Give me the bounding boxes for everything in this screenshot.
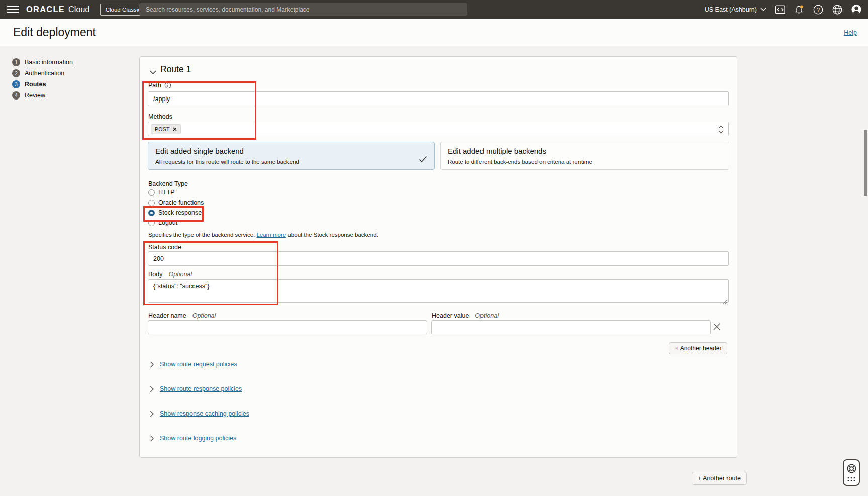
- user-avatar-icon[interactable]: [851, 4, 862, 15]
- path-label: Path: [148, 82, 161, 89]
- svg-text:?: ?: [817, 7, 820, 13]
- oracle-cloud-logo[interactable]: ORACLE Cloud: [26, 5, 90, 14]
- single-backend-card[interactable]: Edit added single backend All requests f…: [148, 142, 435, 170]
- backend-helper-text: Specifies the type of the backend servic…: [148, 232, 378, 238]
- radio-http[interactable]: HTTP: [148, 188, 175, 197]
- show-route-logging-policies-link[interactable]: Show route logging policies: [160, 435, 236, 442]
- route-collapse-chevron-icon[interactable]: [150, 67, 156, 76]
- page-header: Edit deployment Help: [0, 19, 868, 46]
- radio-oracle-functions[interactable]: Oracle functions: [148, 198, 204, 207]
- methods-label: Methods: [148, 113, 172, 120]
- body-label: Body: [148, 271, 163, 278]
- radio-logout[interactable]: Logout: [148, 218, 177, 227]
- body-textarea[interactable]: {"status": "success"}: [148, 279, 729, 303]
- help-link[interactable]: Help: [844, 29, 857, 36]
- search-placeholder: Search resources, services, documentatio…: [146, 6, 310, 13]
- card-subtitle: Route to different back-ends based on cr…: [448, 159, 592, 165]
- path-input[interactable]: [148, 91, 729, 106]
- header-value-label-row: Header value Optional: [432, 312, 499, 319]
- chevron-right-icon[interactable]: [150, 411, 154, 417]
- help-question-icon[interactable]: ?: [813, 4, 824, 15]
- header-name-optional-label: Optional: [192, 312, 216, 319]
- vertical-scrollbar-thumb[interactable]: [864, 130, 867, 196]
- status-code-input[interactable]: [148, 251, 729, 266]
- dots-grid-icon: [846, 476, 856, 482]
- wizard-step-authentication[interactable]: 2 Authentication: [12, 68, 73, 79]
- step-label[interactable]: Review: [25, 92, 45, 99]
- backend-type-label: Backend Type: [148, 180, 188, 187]
- textarea-resize-handle[interactable]: [723, 297, 728, 306]
- route-response-policies-row: Show route response policies: [150, 385, 242, 393]
- body-optional-label: Optional: [169, 271, 192, 278]
- remove-header-row-icon[interactable]: [713, 323, 721, 333]
- chevron-right-icon[interactable]: [150, 435, 154, 442]
- selected-check-icon: [419, 156, 427, 165]
- wizard-step-review[interactable]: 4 Review: [12, 90, 73, 101]
- step-number-badge: 3: [12, 80, 20, 88]
- show-route-request-policies-link[interactable]: Show route request policies: [160, 361, 237, 368]
- route-section-title[interactable]: Route 1: [160, 64, 191, 75]
- wizard-step-basic-information[interactable]: 1 Basic information: [12, 57, 73, 68]
- route-panel: Route 1 Path Methods POST Edit added sin…: [139, 56, 737, 458]
- header-value-optional-label: Optional: [475, 312, 499, 319]
- another-route-button[interactable]: + Another route: [692, 472, 747, 485]
- hamburger-menu-icon[interactable]: [7, 6, 19, 13]
- header-name-input[interactable]: [148, 320, 427, 334]
- chevron-right-icon[interactable]: [150, 386, 154, 392]
- route-logging-policies-row: Show route logging policies: [150, 434, 236, 442]
- method-tag-post: POST: [151, 124, 181, 134]
- another-header-button[interactable]: + Another header: [669, 342, 727, 354]
- chevron-right-icon[interactable]: [150, 361, 154, 368]
- notifications-bell-icon[interactable]: [794, 4, 805, 15]
- path-label-row: Path: [148, 82, 171, 89]
- route-request-policies-row: Show route request policies: [150, 360, 237, 368]
- step-number-badge: 2: [12, 69, 20, 77]
- body-label-row: Body Optional: [148, 271, 192, 278]
- lifebuoy-icon: [846, 463, 857, 474]
- header-name-label-row: Header name Optional: [148, 312, 216, 319]
- wizard-step-routes-active[interactable]: 3 Routes: [12, 79, 73, 90]
- chevron-down-icon: [760, 8, 766, 11]
- header-name-label: Header name: [148, 312, 186, 319]
- remove-method-icon[interactable]: [173, 127, 177, 131]
- card-subtitle: All requests for this route will route t…: [155, 159, 299, 165]
- language-globe-icon[interactable]: [832, 4, 843, 15]
- select-expand-icon[interactable]: [718, 125, 724, 136]
- learn-more-link[interactable]: Learn more: [256, 232, 286, 238]
- step-number-badge: 1: [12, 58, 20, 66]
- methods-multiselect[interactable]: POST: [148, 122, 729, 136]
- support-widget[interactable]: [843, 459, 860, 486]
- response-caching-policies-row: Show response caching policies: [150, 410, 249, 418]
- card-title: Edit added single backend: [155, 147, 244, 155]
- wizard-steps: 1 Basic information 2 Authentication 3 R…: [12, 57, 73, 101]
- show-route-response-policies-link[interactable]: Show route response policies: [160, 385, 242, 392]
- show-response-caching-policies-link[interactable]: Show response caching policies: [160, 410, 249, 417]
- radio-label: Oracle functions: [158, 199, 204, 206]
- global-search-input[interactable]: Search resources, services, documentatio…: [139, 3, 467, 16]
- multiple-backends-card[interactable]: Edit added multiple backends Route to di…: [440, 142, 729, 170]
- helper-text-after: about the Stock response backend.: [286, 232, 378, 238]
- radio-icon[interactable]: [148, 220, 155, 226]
- region-label: US East (Ashburn): [705, 6, 757, 13]
- radio-label: Stock response: [158, 209, 202, 216]
- step-label: Routes: [25, 81, 46, 88]
- helper-text-before: Specifies the type of the backend servic…: [148, 232, 256, 238]
- brand-cloud: Cloud: [68, 5, 90, 14]
- radio-label: Logout: [158, 219, 177, 226]
- step-label[interactable]: Authentication: [25, 70, 64, 77]
- brand-oracle: ORACLE: [26, 5, 65, 14]
- top-navigation-bar: ORACLE Cloud Cloud Classic Search resour…: [0, 0, 868, 19]
- radio-icon-selected[interactable]: [148, 210, 155, 216]
- radio-icon[interactable]: [148, 200, 155, 206]
- step-label[interactable]: Basic information: [25, 59, 73, 66]
- radio-stock-response-selected[interactable]: Stock response: [148, 208, 202, 217]
- radio-icon[interactable]: [148, 189, 155, 196]
- header-value-input[interactable]: [431, 320, 711, 334]
- cloud-shell-icon[interactable]: [775, 4, 786, 15]
- info-icon[interactable]: [164, 82, 171, 89]
- cloud-classic-label: Cloud Classic: [106, 7, 141, 13]
- topbar-right-cluster: US East (Ashburn) ?: [705, 0, 862, 19]
- page-title: Edit deployment: [13, 26, 96, 39]
- status-code-label: Status code: [148, 244, 181, 251]
- region-selector[interactable]: US East (Ashburn): [705, 6, 766, 13]
